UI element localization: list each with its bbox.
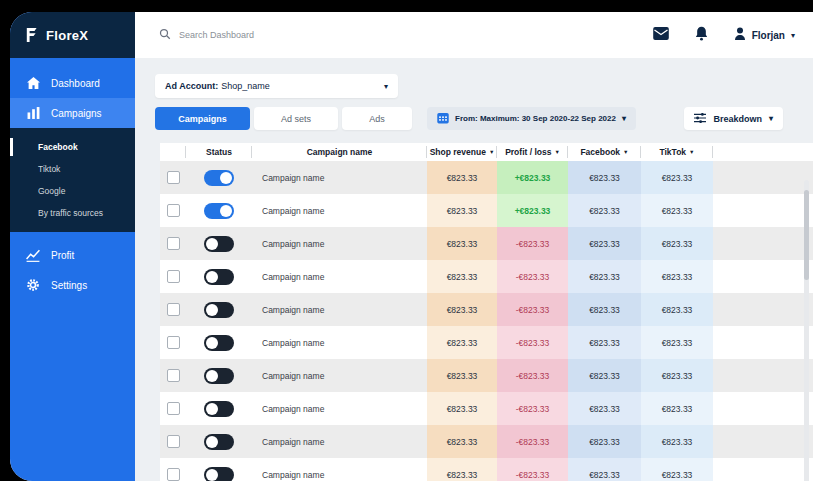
sidebar-item-profit[interactable]: Profit [10,240,135,270]
empty-cell [713,326,813,359]
campaign-name-cell: Campaign name [252,425,427,458]
search-box [159,26,329,44]
sidebar-subitem-google[interactable]: Google [10,180,135,202]
campaign-name-cell: Campaign name [252,194,427,227]
facebook-cell: €823.33 [568,359,641,392]
tab-ads[interactable]: Ads [342,107,412,130]
row-status-cell [186,227,252,260]
line-chart-icon [25,249,41,262]
sidebar-item-campaigns[interactable]: Campaigns [10,98,135,128]
profit-loss-cell: -€823.33 [497,227,568,260]
tiktok-cell: €823.33 [641,359,713,392]
row-checkbox-cell [160,392,186,425]
row-status-cell [186,260,252,293]
status-toggle[interactable] [204,302,234,318]
row-checkbox-cell [160,326,186,359]
status-toggle[interactable] [204,467,234,481]
topbar: Florjan ▾ [135,12,813,58]
sidebar: FloreX Dashboard Campaigns Facebook [10,12,135,481]
header-profit-loss[interactable]: Profit / loss ▼ [497,143,568,161]
campaign-name-cell: Campaign name [252,392,427,425]
status-toggle[interactable] [204,368,234,384]
header-status: Status [186,143,252,161]
tiktok-cell: €823.33 [641,194,713,227]
campaigns-submenu: Facebook Tiktok Google By traffic source… [10,128,135,232]
row-status-cell [186,392,252,425]
header-empty-col [713,143,813,161]
sidebar-subitem-traffic-sources[interactable]: By traffic sources [10,202,135,224]
gear-icon [25,278,41,292]
sidebar-item-settings[interactable]: Settings [10,270,135,300]
row-checkbox[interactable] [167,171,180,184]
sidebar-nav: Dashboard Campaigns Facebook Tiktok Goog… [10,58,135,300]
row-checkbox[interactable] [167,204,180,217]
ad-account-select[interactable]: Ad Account: Shop_name ▾ [155,74,398,98]
row-status-cell [186,425,252,458]
mail-icon[interactable] [653,26,669,44]
scrollbar-thumb[interactable] [804,190,809,280]
campaigns-table: Status Campaign name Shop revenue ▼ Prof… [160,143,813,481]
sidebar-item-dashboard[interactable]: Dashboard [10,68,135,98]
table-body: Campaign name €823.33 +€823.33 €823.33 €… [160,161,813,481]
table-row: Campaign name €823.33 +€823.33 €823.33 €… [160,161,813,194]
campaign-name-cell: Campaign name [252,458,427,481]
sidebar-item-label: Profit [51,250,74,261]
status-toggle[interactable] [204,203,234,219]
sidebar-subitem-facebook[interactable]: Facebook [10,136,135,158]
bell-icon[interactable] [695,26,708,45]
vertical-scrollbar[interactable] [804,180,809,481]
status-toggle[interactable] [204,170,234,186]
profit-loss-cell: -€823.33 [497,326,568,359]
status-toggle[interactable] [204,434,234,450]
header-facebook[interactable]: Facebook ▼ [568,143,641,161]
status-toggle[interactable] [204,236,234,252]
home-icon [25,77,41,89]
sort-caret-icon: ▼ [623,149,628,155]
breakdown-button[interactable]: Breakdown ▾ [684,107,783,130]
sort-caret-icon: ▼ [554,149,559,155]
empty-cell [713,260,813,293]
table-row: Campaign name €823.33 -€823.33 €823.33 €… [160,458,813,481]
profit-loss-cell: -€823.33 [497,260,568,293]
status-toggle[interactable] [204,401,234,417]
row-checkbox[interactable] [167,303,180,316]
sort-caret-icon: ▼ [489,149,494,155]
row-status-cell [186,326,252,359]
sidebar-subitem-tiktok[interactable]: Tiktok [10,158,135,180]
row-checkbox[interactable] [167,336,180,349]
header-label: Profit / loss [505,147,551,157]
status-toggle[interactable] [204,269,234,285]
user-name: Florjan [752,30,785,41]
row-checkbox[interactable] [167,435,180,448]
user-menu[interactable]: Florjan ▾ [734,26,795,44]
header-campaign-name: Campaign name [252,143,427,161]
row-status-cell [186,194,252,227]
table-row: Campaign name €823.33 -€823.33 €823.33 €… [160,260,813,293]
campaign-name-cell: Campaign name [252,161,427,194]
tiktok-cell: €823.33 [641,227,713,260]
shop-revenue-cell: €823.33 [427,458,497,481]
tab-ad-sets[interactable]: Ad sets [254,107,338,130]
search-input[interactable] [179,30,329,40]
row-checkbox[interactable] [167,237,180,250]
date-range-filter[interactable]: From: Maximum: 30 Sep 2020-22 Sep 2022 ▾ [427,107,636,130]
row-checkbox[interactable] [167,468,180,481]
filter-sliders-icon [694,113,706,125]
row-checkbox[interactable] [167,369,180,382]
row-checkbox[interactable] [167,402,180,415]
row-checkbox-cell [160,359,186,392]
table-row: Campaign name €823.33 +€823.33 €823.33 €… [160,194,813,227]
status-toggle[interactable] [204,335,234,351]
empty-cell [713,392,813,425]
campaign-name-cell: Campaign name [252,260,427,293]
row-checkbox[interactable] [167,270,180,283]
tab-campaigns[interactable]: Campaigns [155,107,250,130]
header-tiktok[interactable]: TikTok ▼ [641,143,713,161]
profit-loss-cell: -€823.33 [497,425,568,458]
empty-cell [713,161,813,194]
tiktok-cell: €823.33 [641,425,713,458]
campaign-name-cell: Campaign name [252,359,427,392]
tiktok-cell: €823.33 [641,326,713,359]
header-label: Shop revenue [430,147,486,157]
header-shop-revenue[interactable]: Shop revenue ▼ [427,143,497,161]
